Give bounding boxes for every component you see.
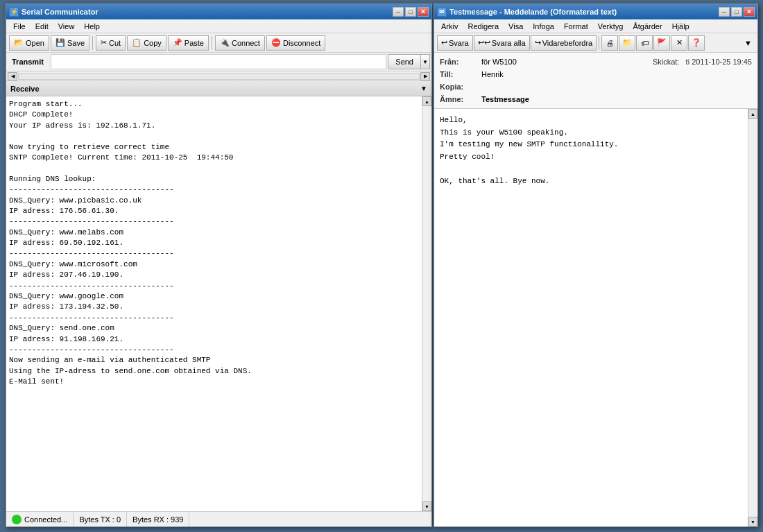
to-row: Till: Henrik [440, 68, 752, 80]
email-close-button[interactable]: ✕ [744, 7, 755, 17]
email-title-bar: ✉ Testmessage - Meddelande (Oformaterad … [434, 4, 757, 19]
paste-icon: 📌 [173, 38, 182, 47]
print-icon: 🖨 [606, 39, 614, 47]
reply-all-icon: ↩↩ [478, 38, 490, 47]
transmit-label: Transmit [6, 53, 49, 71]
paste-button[interactable]: 📌 Paste [168, 35, 209, 51]
hscroll-left[interactable]: ◀ [8, 72, 17, 80]
menu-view[interactable]: View [54, 21, 79, 32]
serial-communicator-window: ⚡ Serial Communicator ─ □ ✕ File Edit Vi… [6, 3, 432, 527]
transmit-input[interactable] [51, 54, 386, 69]
vscroll-down[interactable]: ▼ [422, 501, 431, 511]
email-menu-redigera[interactable]: Redigera [463, 21, 503, 32]
copy-button[interactable]: 📋 Copy [127, 35, 166, 51]
save-icon: 💾 [55, 38, 65, 47]
email-vscroll-down[interactable]: ▼ [748, 517, 757, 526]
to-value: Henrik [481, 70, 504, 78]
cc-label: Kopia: [440, 83, 481, 91]
connect-button[interactable]: 🔌 Connect [215, 35, 265, 51]
category-button[interactable]: 🏷 [636, 35, 653, 51]
minimize-button[interactable]: ─ [393, 7, 404, 17]
email-menu-bar: Arkiv Redigera Visa Infoga Format Verkty… [434, 19, 757, 33]
toolbar-sep-2 [212, 36, 212, 50]
reply-button[interactable]: ↩ Svara [437, 35, 473, 51]
help-button[interactable]: ❓ [688, 35, 705, 51]
vscrollbar[interactable]: ▲ ▼ [422, 96, 431, 511]
email-menu-visa[interactable]: Visa [504, 21, 527, 32]
bytes-tx-status: Bytes TX : 0 [74, 512, 127, 526]
open-button[interactable]: 📂 Open [9, 35, 49, 51]
receive-dropdown-icon[interactable]: ▼ [420, 85, 427, 92]
folder-icon: 📂 [14, 38, 24, 47]
help-icon: ❓ [692, 38, 701, 47]
email-maximize-button[interactable]: □ [731, 7, 742, 17]
send-dropdown-button[interactable]: ▼ [421, 54, 430, 69]
close-button[interactable]: ✕ [418, 7, 429, 17]
email-fields: Från: för W5100 Skickat: ti 2011-10-25 1… [434, 53, 757, 109]
receive-content-wrapper: Program start... DHCP Complete! Your IP … [6, 96, 431, 511]
cut-icon: ✂ [101, 38, 107, 47]
delete-icon: ✕ [676, 38, 683, 47]
email-minimize-button[interactable]: ─ [719, 7, 730, 17]
to-label: Till: [440, 70, 481, 78]
menu-edit[interactable]: Edit [31, 21, 53, 32]
serial-toolbar: 📂 Open 💾 Save ✂ Cut 📋 Copy 📌 Paste 🔌 Con… [6, 33, 431, 53]
forward-icon: ↪ [535, 38, 541, 47]
subject-label: Ämne: [440, 95, 481, 103]
from-value: för W5100 [481, 58, 517, 66]
category-icon: 🏷 [641, 39, 649, 47]
move-icon: 📁 [622, 38, 632, 47]
serial-menu-bar: File Edit View Help [6, 19, 431, 33]
disconnect-button[interactable]: ⛔ Disconnect [266, 35, 325, 51]
email-vscroll-up[interactable]: ▲ [748, 109, 757, 119]
receive-header: Receive ▼ [6, 81, 431, 96]
flag-icon: 🚩 [657, 38, 667, 47]
from-label: Från: [440, 58, 481, 66]
connection-icon [12, 515, 22, 524]
email-menu-hjalp[interactable]: Hjälp [668, 21, 694, 32]
serial-title-bar: ⚡ Serial Communicator ─ □ ✕ [6, 4, 431, 19]
email-window: ✉ Testmessage - Meddelande (Oformaterad … [434, 3, 758, 527]
serial-window-icon: ⚡ [9, 7, 19, 17]
move-button[interactable]: 📁 [619, 35, 635, 51]
subject-row: Ämne: Testmessage [440, 93, 752, 105]
flag-button[interactable]: 🚩 [653, 35, 670, 51]
connect-icon: 🔌 [220, 38, 230, 47]
connection-status: Connected... [6, 512, 74, 526]
forward-button[interactable]: ↪ Vidarebefordra [531, 35, 597, 51]
from-row: Från: för W5100 Skickat: ti 2011-10-25 1… [440, 55, 752, 68]
cc-row: Kopia: [440, 80, 752, 93]
email-window-title: Testmessage - Meddelande (Oformaterad te… [449, 8, 617, 16]
reply-all-button[interactable]: ↩↩ Svara alla [474, 35, 530, 51]
reply-icon: ↩ [441, 38, 447, 47]
email-vscrollbar[interactable]: ▲ ▼ [748, 109, 757, 526]
toolbar-expand-button[interactable]: ▼ [741, 39, 755, 47]
send-button[interactable]: Send [388, 54, 421, 69]
email-toolbar-sep [599, 36, 599, 50]
email-body-wrapper: Hello, This is your W5100 speaking. I'm … [434, 109, 757, 526]
sent-label: Skickat: ti 2011-10-25 19:45 [653, 58, 752, 66]
save-button[interactable]: 💾 Save [51, 35, 89, 51]
email-window-icon: ✉ [437, 7, 447, 17]
cut-button[interactable]: ✂ Cut [96, 35, 126, 51]
vscroll-up[interactable]: ▲ [422, 96, 431, 106]
subject-value: Testmessage [481, 95, 529, 103]
transmit-section: Transmit Send ▼ ◀ ▶ [6, 53, 431, 81]
receive-content: Program start... DHCP Complete! Your IP … [6, 96, 422, 511]
hscroll-right[interactable]: ▶ [420, 72, 430, 80]
disconnect-icon: ⛔ [271, 38, 281, 47]
toolbar-sep-1 [92, 36, 93, 50]
menu-file[interactable]: File [9, 21, 30, 32]
email-menu-arkiv[interactable]: Arkiv [437, 21, 462, 32]
email-menu-atgarder[interactable]: Åtgärder [628, 21, 666, 32]
bytes-rx-status: Bytes RX : 939 [127, 512, 189, 526]
email-menu-infoga[interactable]: Infoga [529, 21, 558, 32]
print-button[interactable]: 🖨 [601, 35, 618, 51]
email-menu-verktyg[interactable]: Verktyg [594, 21, 628, 32]
email-menu-format[interactable]: Format [560, 21, 592, 32]
menu-help[interactable]: Help [80, 21, 104, 32]
maximize-button[interactable]: □ [405, 7, 416, 17]
delete-button[interactable]: ✕ [671, 35, 687, 51]
status-bar: Connected... Bytes TX : 0 Bytes RX : 939 [6, 511, 431, 526]
receive-label: Receive [10, 85, 40, 93]
